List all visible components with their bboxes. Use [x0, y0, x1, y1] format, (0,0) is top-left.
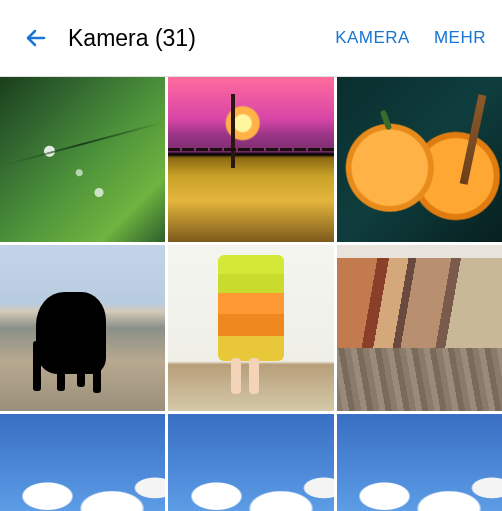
photo-leaf-droplets[interactable] [0, 77, 165, 242]
photo-sky-building-1[interactable] [0, 414, 165, 511]
photo-grid [0, 77, 502, 511]
photo-sunset-flowers[interactable] [168, 77, 333, 242]
arrow-back-icon [24, 26, 48, 50]
photo-oranges[interactable] [337, 77, 502, 242]
photo-pillows[interactable] [168, 245, 333, 410]
page-title: Kamera (31) [68, 25, 311, 52]
camera-action[interactable]: KAMERA [335, 28, 410, 48]
more-action[interactable]: MEHR [434, 28, 486, 48]
photo-sky-building-3[interactable] [337, 414, 502, 511]
app-header: Kamera (31) KAMERA MEHR [0, 0, 502, 76]
photo-sky-building-2[interactable] [168, 414, 333, 511]
photo-street[interactable] [337, 245, 502, 410]
back-button[interactable] [16, 18, 56, 58]
photo-black-panther[interactable] [0, 245, 165, 410]
